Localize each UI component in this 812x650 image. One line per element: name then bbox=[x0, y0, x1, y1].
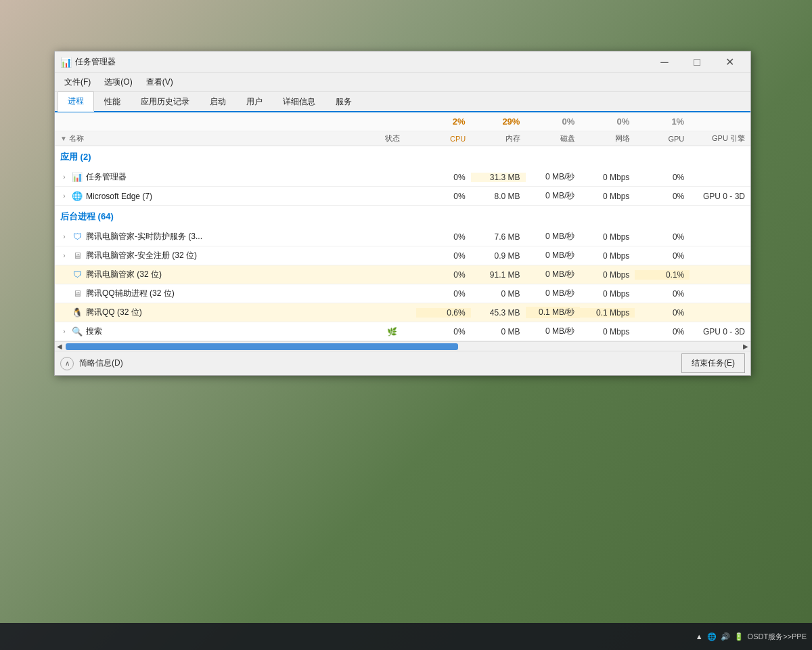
process-memory: 0 MB bbox=[471, 289, 526, 299]
expand-arrow[interactable]: › bbox=[58, 192, 71, 200]
col-name-header[interactable]: ▼ 名称 bbox=[55, 133, 368, 144]
hscroll-thumb[interactable] bbox=[66, 343, 458, 350]
process-network: 0 Mbps bbox=[580, 192, 635, 201]
process-name: 任务管理器 bbox=[86, 171, 368, 183]
network-percentage[interactable]: 0% bbox=[580, 116, 635, 127]
process-name-col: 🐧腾讯QQ (32 位) bbox=[55, 307, 368, 319]
table-row[interactable]: ›🌐Microsoft Edge (7)0%8.0 MB0 MB/秒0 Mbps… bbox=[55, 187, 750, 206]
tray-arrow[interactable]: ▲ bbox=[696, 632, 703, 641]
col-disk-header[interactable]: 磁盘 bbox=[526, 133, 581, 144]
process-gpu-engine: GPU 0 - 3D bbox=[690, 327, 750, 337]
titlebar: 📊 任务管理器 ─ □ ✕ bbox=[55, 51, 750, 73]
process-icon: 🖥 bbox=[71, 250, 83, 262]
process-name-col: 🛡腾讯电脑管家 (32 位) bbox=[55, 269, 368, 281]
process-disk: 0 MB/秒 bbox=[526, 171, 581, 183]
maximize-button[interactable]: □ bbox=[681, 51, 713, 73]
process-memory: 0.9 MB bbox=[471, 251, 526, 261]
col-status-header[interactable]: 状态 bbox=[368, 133, 416, 144]
process-gpu: 0% bbox=[635, 232, 690, 242]
group-header-background[interactable]: 后台进程 (64) bbox=[55, 206, 750, 228]
table-row[interactable]: 🐧腾讯QQ (32 位)0.6%45.3 MB0.1 MB/秒0.1 Mbps0… bbox=[55, 303, 750, 322]
tab-details[interactable]: 详细信息 bbox=[273, 92, 325, 112]
expand-arrow[interactable]: › bbox=[58, 173, 71, 181]
process-name-col: ›📊任务管理器 bbox=[55, 171, 368, 183]
memory-percentage[interactable]: 29% bbox=[471, 116, 526, 127]
column-header: ▼ 名称 状态 CPU 内存 磁盘 网络 GPU GPU 引擎 bbox=[55, 131, 750, 146]
expand-arrow[interactable]: › bbox=[58, 233, 71, 240]
col-gpu-engine-header[interactable]: GPU 引擎 bbox=[690, 133, 750, 144]
process-gpu: 0% bbox=[635, 289, 690, 299]
menu-view[interactable]: 查看(V) bbox=[139, 74, 180, 91]
process-memory: 45.3 MB bbox=[471, 308, 526, 318]
hscroll-left-arrow[interactable]: ◀ bbox=[55, 342, 64, 351]
process-network: 0 Mbps bbox=[580, 270, 635, 280]
table-row[interactable]: ›🔍搜索🌿0%0 MB0 MB/秒0 Mbps0%GPU 0 - 3D bbox=[55, 322, 750, 341]
menu-file[interactable]: 文件(F) bbox=[58, 74, 97, 91]
process-disk: 0 MB/秒 bbox=[526, 190, 581, 202]
col-memory-header[interactable]: 内存 bbox=[471, 133, 526, 144]
tab-startup[interactable]: 启动 bbox=[200, 92, 236, 112]
process-network: 0 Mbps bbox=[580, 232, 635, 242]
expand-arrow[interactable]: › bbox=[58, 252, 71, 259]
process-gpu: 0% bbox=[635, 308, 690, 318]
process-icon: 🔍 bbox=[71, 326, 83, 338]
process-gpu: 0.1% bbox=[635, 270, 690, 280]
col-cpu-header[interactable]: CPU bbox=[416, 135, 471, 143]
table-row[interactable]: ›🖥腾讯电脑管家-安全注册 (32 位)0%0.9 MB0 MB/秒0 Mbps… bbox=[55, 246, 750, 265]
process-cpu: 0% bbox=[416, 251, 471, 261]
taskbar-sound-icon: 🔊 bbox=[721, 632, 730, 641]
taskbar-battery-icon: 🔋 bbox=[734, 632, 744, 641]
chevron-sort-icon: ▼ bbox=[60, 135, 67, 142]
table-row[interactable]: 🖥腾讯QQ辅助进程 (32 位)0%0 MB0 MB/秒0 Mbps0% bbox=[55, 284, 750, 303]
close-button[interactable]: ✕ bbox=[714, 51, 745, 73]
menu-options[interactable]: 选项(O) bbox=[97, 74, 139, 91]
tab-performance[interactable]: 性能 bbox=[94, 92, 131, 112]
tab-bar: 进程 性能 应用历史记录 启动 用户 详细信息 服务 bbox=[55, 92, 750, 112]
group-title: 后台进程 (64) bbox=[60, 211, 114, 223]
process-name: 腾讯电脑管家-实时防护服务 (3... bbox=[86, 231, 368, 242]
process-cpu: 0% bbox=[416, 289, 471, 299]
disk-percentage[interactable]: 0% bbox=[525, 116, 580, 127]
statusbar: ∧ 简略信息(D) 结束任务(E) bbox=[55, 351, 750, 375]
titlebar-buttons: ─ □ ✕ bbox=[649, 51, 745, 73]
horizontal-scrollbar[interactable]: ◀ ▶ bbox=[55, 341, 750, 351]
process-disk: 0 MB/秒 bbox=[526, 269, 581, 280]
process-disk: 0 MB/秒 bbox=[526, 250, 581, 261]
process-icon: 🐧 bbox=[71, 307, 83, 319]
process-table: 2% 29% 0% 0% 1% ▼ 名称 状态 CPU 内存 磁盘 网络 GPU… bbox=[55, 112, 750, 351]
percentage-header: 2% 29% 0% 0% 1% bbox=[55, 112, 750, 131]
process-network: 0.1 Mbps bbox=[580, 308, 635, 318]
cpu-percentage[interactable]: 2% bbox=[416, 116, 471, 127]
col-gpu-header[interactable]: GPU bbox=[635, 135, 690, 143]
col-network-header[interactable]: 网络 bbox=[581, 133, 635, 144]
tab-users[interactable]: 用户 bbox=[236, 92, 273, 112]
process-name-col: 🖥腾讯QQ辅助进程 (32 位) bbox=[55, 288, 368, 300]
expand-arrow[interactable]: › bbox=[58, 328, 71, 335]
table-row[interactable]: ›🛡腾讯电脑管家-实时防护服务 (3...0%7.6 MB0 MB/秒0 Mbp… bbox=[55, 228, 750, 246]
process-list: 应用 (2)›📊任务管理器0%31.3 MB0 MB/秒0 Mbps0%›🌐Mi… bbox=[55, 146, 750, 341]
tab-app-history[interactable]: 应用历史记录 bbox=[131, 92, 200, 112]
process-memory: 0 MB bbox=[471, 327, 526, 337]
gpu-percentage[interactable]: 1% bbox=[635, 116, 690, 127]
process-name: 腾讯QQ辅助进程 (32 位) bbox=[86, 288, 368, 299]
hscroll-right-arrow[interactable]: ▶ bbox=[741, 342, 750, 351]
tab-processes[interactable]: 进程 bbox=[58, 91, 94, 112]
process-cpu: 0.6% bbox=[416, 308, 471, 318]
tab-services[interactable]: 服务 bbox=[325, 92, 362, 112]
process-memory: 31.3 MB bbox=[471, 173, 526, 182]
end-task-button[interactable]: 结束任务(E) bbox=[681, 353, 745, 373]
taskbar-tray-extra: OSDT服务>>PPE bbox=[748, 632, 807, 642]
table-row[interactable]: 🛡腾讯电脑管家 (32 位)0%91.1 MB0 MB/秒0 Mbps0.1% bbox=[55, 265, 750, 284]
process-name: 搜索 bbox=[86, 326, 368, 337]
process-network: 0 Mbps bbox=[580, 173, 635, 182]
process-name-col: ›🌐Microsoft Edge (7) bbox=[55, 190, 368, 202]
minimize-button[interactable]: ─ bbox=[649, 51, 680, 73]
summary-label[interactable]: 简略信息(D) bbox=[79, 358, 123, 369]
process-memory: 7.6 MB bbox=[471, 232, 526, 242]
group-header-apps[interactable]: 应用 (2) bbox=[55, 146, 750, 168]
summary-toggle-button[interactable]: ∧ bbox=[60, 357, 74, 370]
process-gpu: 0% bbox=[635, 192, 690, 201]
process-gpu-engine: GPU 0 - 3D bbox=[690, 192, 750, 201]
process-network: 0 Mbps bbox=[580, 327, 635, 337]
table-row[interactable]: ›📊任务管理器0%31.3 MB0 MB/秒0 Mbps0% bbox=[55, 168, 750, 187]
